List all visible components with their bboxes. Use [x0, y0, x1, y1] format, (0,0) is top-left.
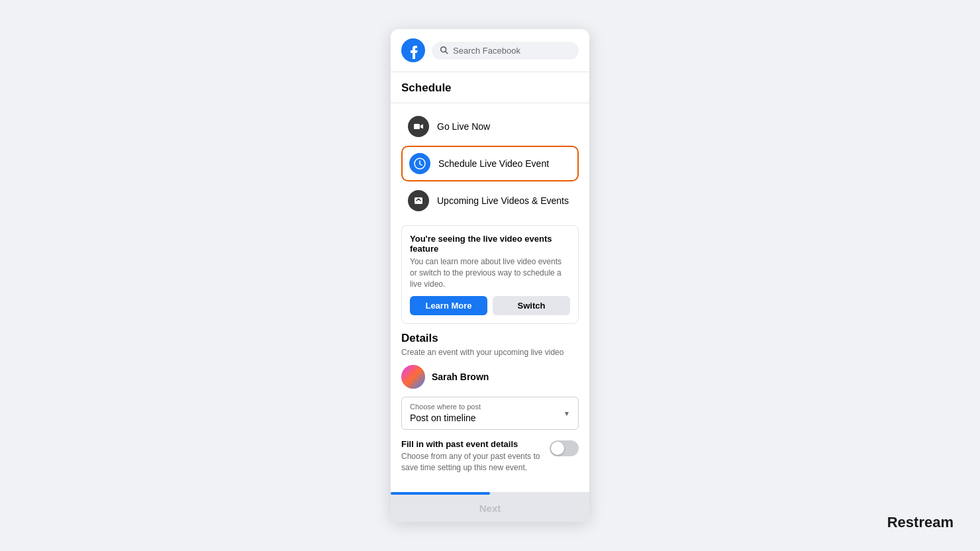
schedule-live-icon: [409, 153, 430, 174]
menu-item-schedule-live[interactable]: Schedule Live Video Event: [401, 146, 579, 181]
dropdown-label: Choose where to post: [410, 403, 481, 411]
toggle-text: Fill in with past event details Choose f…: [401, 439, 543, 474]
user-row: Sarah Brown: [401, 365, 579, 389]
info-box: You're seeing the live video events feat…: [401, 225, 579, 324]
details-title: Details: [401, 332, 579, 345]
switch-button[interactable]: Switch: [493, 296, 570, 315]
dropdown-value: Post on timeline: [410, 413, 476, 423]
facebook-logo: [401, 38, 425, 62]
dropdown-arrow-icon: ▼: [564, 410, 570, 417]
dropdown-content: Choose where to post Post on timeline: [410, 403, 481, 424]
user-name: Sarah Brown: [432, 372, 489, 382]
divider: [391, 103, 589, 103]
menu-item-upcoming[interactable]: Upcoming Live Videos & Events: [401, 184, 579, 217]
menu-item-go-live[interactable]: Go Live Now: [401, 110, 579, 143]
upcoming-icon: [408, 190, 429, 211]
toggle-description: Choose from any of your past events to s…: [401, 451, 543, 474]
toggle-label: Fill in with past event details: [401, 439, 543, 449]
svg-line-2: [446, 52, 448, 54]
details-subtitle: Create an event with your upcoming live …: [401, 348, 579, 357]
upcoming-label: Upcoming Live Videos & Events: [437, 195, 569, 206]
restream-watermark: Restream: [887, 514, 954, 531]
fill-past-details-row: Fill in with past event details Choose f…: [401, 439, 579, 474]
next-button[interactable]: Next: [391, 495, 589, 522]
schedule-title: Schedule: [401, 81, 579, 95]
details-section: Details Create an event with your upcomi…: [391, 332, 589, 492]
svg-point-1: [441, 47, 446, 52]
svg-rect-3: [414, 124, 420, 129]
post-location-dropdown[interactable]: Choose where to post Post on timeline ▼: [401, 397, 579, 430]
go-live-label: Go Live Now: [437, 121, 490, 132]
schedule-section: Schedule Go Live Now Schedule Live Vi: [391, 72, 589, 324]
info-box-body: You can learn more about live video even…: [410, 256, 570, 289]
svg-line-6: [420, 164, 422, 166]
search-placeholder: Search Facebook: [453, 46, 520, 56]
schedule-live-label: Schedule Live Video Event: [438, 158, 549, 169]
go-live-icon: [408, 116, 429, 137]
header: Search Facebook: [391, 29, 589, 72]
user-avatar: [401, 365, 425, 389]
search-icon: [440, 46, 449, 55]
modal: Search Facebook Schedule Go Live Now: [391, 29, 589, 522]
info-box-title: You're seeing the live video events feat…: [410, 234, 570, 254]
toggle-switch[interactable]: [550, 440, 579, 456]
learn-more-button[interactable]: Learn More: [410, 296, 487, 315]
info-box-buttons: Learn More Switch: [410, 296, 570, 315]
search-bar[interactable]: Search Facebook: [432, 42, 579, 60]
